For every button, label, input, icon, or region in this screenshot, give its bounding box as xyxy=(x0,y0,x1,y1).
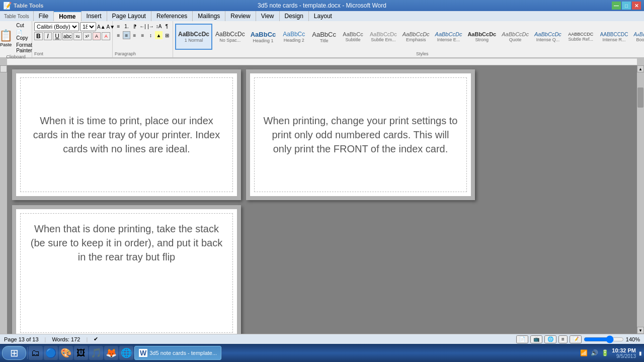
cut-button[interactable]: Cut xyxy=(15,22,34,29)
font-size-select[interactable]: 18 xyxy=(80,22,96,31)
style-title[interactable]: AaBbCc Title xyxy=(309,24,339,50)
tab-layout[interactable]: Layout xyxy=(309,11,337,21)
taskbar-app-explorer[interactable]: 🗂 xyxy=(29,346,43,360)
scroll-thumb[interactable] xyxy=(637,87,643,108)
taskbar-app-media[interactable]: 🎵 xyxy=(89,346,103,360)
taskbar-app-firefox[interactable]: 🦊 xyxy=(104,346,118,360)
subscript-button[interactable]: x₂ xyxy=(73,32,82,40)
style-quote[interactable]: AaBbCcDc Quote xyxy=(499,24,531,50)
align-right-button[interactable]: ≡ xyxy=(131,31,138,39)
scroll-down-button[interactable]: ▼ xyxy=(637,327,644,334)
firefox-icon: 🦊 xyxy=(106,347,117,358)
media-icon: 🎵 xyxy=(91,347,102,358)
taskbar-word-app[interactable]: W 3d5 note cards - template... xyxy=(134,346,221,360)
start-button[interactable]: ⊞ xyxy=(2,346,26,360)
card-1: When it is time to print, place our inde… xyxy=(20,77,233,192)
align-left-button[interactable]: ≡ xyxy=(115,31,122,39)
taskbar-app-chrome[interactable]: 🌐 xyxy=(119,346,133,360)
spell-check-icon[interactable]: ✔ xyxy=(94,336,98,342)
line-spacing-button[interactable]: ↕ xyxy=(147,31,154,39)
taskbar-app-ps[interactable]: 🖼 xyxy=(74,346,88,360)
font-name-select[interactable]: Calibri (Body) xyxy=(34,22,79,31)
strikethrough-button[interactable]: abc xyxy=(62,32,72,40)
style-intense-em[interactable]: AaBbCcDc Intense E... xyxy=(433,24,465,50)
taskbar-app-ie[interactable]: 🔵 xyxy=(44,346,58,360)
style-heading2[interactable]: AaBbCc Heading 2 xyxy=(279,24,309,50)
left-sidebar xyxy=(0,65,7,334)
style-heading1[interactable]: AaBbCc Heading 1 xyxy=(248,24,279,50)
left-scroll-corner[interactable] xyxy=(0,65,7,72)
page-2: When printing, change your print setting… xyxy=(246,69,475,200)
show-desktop-button[interactable]: ▮ xyxy=(639,350,642,356)
tab-design[interactable]: Design xyxy=(280,11,309,21)
tab-mailings[interactable]: Mailings xyxy=(193,11,225,21)
bold-button[interactable]: B xyxy=(34,32,43,40)
style-strong[interactable]: AaBbCcDc Strong xyxy=(465,24,499,50)
font-grow-button[interactable]: A▲ xyxy=(97,24,106,30)
tab-references[interactable]: References xyxy=(151,11,193,21)
zoom-slider[interactable] xyxy=(584,336,624,342)
sort-button[interactable]: ↕A xyxy=(155,22,163,30)
page-3-inner: When that is done printing, take the sta… xyxy=(16,209,237,334)
taskbar-app-lr[interactable]: 🎨 xyxy=(59,346,73,360)
tab-home[interactable]: Home xyxy=(54,11,81,21)
paste-button[interactable]: 📋 Paste xyxy=(0,28,14,48)
tab-insert[interactable]: Insert xyxy=(82,11,107,21)
style-emphasis[interactable]: AaBbCcDc Emphasis xyxy=(400,24,432,50)
styles-group: AaBbCcDc 1 Normal AaBbCcDc No Spac... Aa… xyxy=(173,21,644,57)
decrease-indent-button[interactable]: ←| xyxy=(139,22,146,30)
tab-view[interactable]: View xyxy=(256,11,280,21)
lr-icon: 🎨 xyxy=(60,347,71,358)
close-button[interactable]: ✕ xyxy=(632,2,641,10)
card-1-container: When it is time to print, place our inde… xyxy=(16,73,237,196)
view-web-button[interactable]: 🌐 xyxy=(544,335,556,343)
underline-button[interactable]: U xyxy=(53,32,61,40)
align-center-button[interactable]: ≡ xyxy=(123,31,130,39)
font-group: Calibri (Body) 18 A▲ A▼ B I U abc x₂ x² … xyxy=(32,21,113,57)
page-indicator: Page 13 of 13 xyxy=(4,336,39,342)
view-draft-button[interactable]: 📝 xyxy=(570,335,582,343)
superscript-button[interactable]: x² xyxy=(83,32,92,40)
italic-button[interactable]: I xyxy=(44,32,52,40)
bullets-button[interactable]: ≡ xyxy=(115,22,122,30)
style-normal[interactable]: AaBbCcDc 1 Normal xyxy=(175,24,212,50)
card-1-text: When it is time to print, place our inde… xyxy=(29,114,224,156)
style-subtitle[interactable]: AaBbCc Subtitle xyxy=(339,24,367,50)
style-subtle-ref[interactable]: AaBbCcDc Subtle Ref... xyxy=(565,24,597,50)
copy-button[interactable]: 📄 Copy xyxy=(15,29,34,41)
vertical-scrollbar[interactable]: ▲ ▼ xyxy=(637,65,644,334)
justify-button[interactable]: ≡ xyxy=(139,31,146,39)
numbering-button[interactable]: 1. xyxy=(123,22,130,30)
word-count: Words: 172 xyxy=(52,336,80,342)
view-print-button[interactable]: 📄 xyxy=(516,335,528,343)
tab-page-layout[interactable]: Page Layout xyxy=(107,11,151,21)
window-controls[interactable]: — □ ✕ xyxy=(612,2,641,10)
style-subtle-em[interactable]: AaBbCcDc Subtle Em... xyxy=(367,24,399,50)
maximize-button[interactable]: □ xyxy=(622,2,631,10)
scroll-track[interactable] xyxy=(637,72,643,327)
increase-indent-button[interactable]: |→ xyxy=(147,22,154,30)
font-color-button[interactable]: A xyxy=(102,32,110,40)
tab-review[interactable]: Review xyxy=(225,11,256,21)
style-intense-r[interactable]: AaBbCcDc Intense R... xyxy=(598,24,631,50)
tab-file[interactable]: File xyxy=(34,11,54,21)
view-outline-button[interactable]: ≡ xyxy=(558,335,568,343)
paragraph-group: ≡ 1. ⁋ ←| |→ ↕A ¶ ≡ ≡ ≡ ≡ ↕ ▲ ⊞ Paragrap… xyxy=(113,21,173,57)
minimize-button[interactable]: — xyxy=(612,2,621,10)
style-no-space[interactable]: AaBbCcDc No Spac... xyxy=(213,24,248,50)
show-formatting-button[interactable]: ¶ xyxy=(163,22,171,30)
borders-button[interactable]: ⊞ xyxy=(163,31,171,39)
format-painter-button[interactable]: Format Painter xyxy=(15,42,34,54)
shading-button[interactable]: ▲ xyxy=(155,31,163,39)
style-book-title[interactable]: AaBbCcDc Book title xyxy=(631,24,644,50)
taskbar-sep-1 xyxy=(27,347,28,359)
text-highlight-button[interactable]: A xyxy=(93,32,101,40)
status-separator-2: | xyxy=(86,336,88,342)
style-intense-q[interactable]: AaBbCcDc Intense Q... xyxy=(532,24,564,50)
clock-date: 9/5/2013 xyxy=(612,353,636,359)
view-fullscreen-button[interactable]: 📺 xyxy=(530,335,542,343)
scroll-up-button[interactable]: ▲ xyxy=(637,65,644,72)
page-3: When that is done printing, take the sta… xyxy=(12,205,241,334)
window-title: 3d5 note cards - template.docx - Microso… xyxy=(258,2,386,9)
multilevel-button[interactable]: ⁋ xyxy=(131,22,138,30)
